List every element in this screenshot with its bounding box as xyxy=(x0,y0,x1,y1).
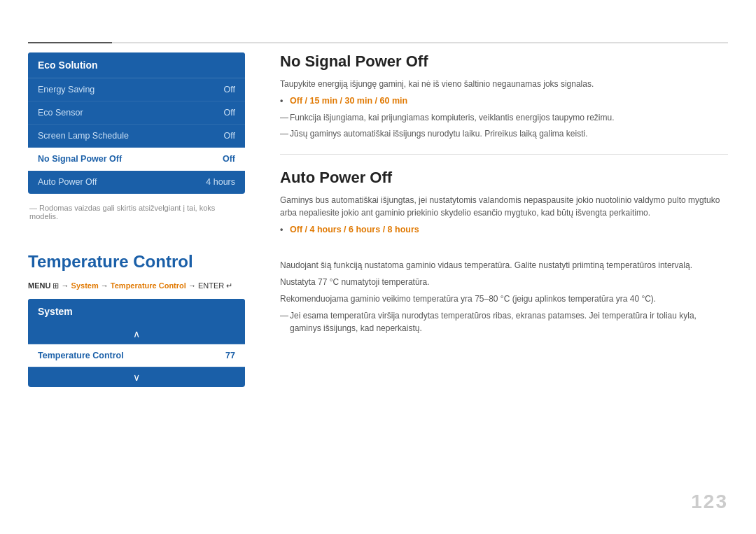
right-column: No Signal Power Off Taupykite energiją i… xyxy=(280,52,728,240)
menu-item-no-signal[interactable]: No Signal Power Off Off xyxy=(28,148,245,171)
menu-path-tc: Temperature Control xyxy=(111,281,186,290)
temp-desc-2: Nustatyta 77 °C numatytoji temperatūra. xyxy=(280,276,728,288)
menu-path-icon: ⊞ → xyxy=(52,281,71,290)
temperature-control-title: Temperature Control xyxy=(28,252,245,272)
menu-item-label: Energy Saving xyxy=(38,85,94,94)
no-signal-desc: Taupykite energiją išjungę gaminį, kai n… xyxy=(280,78,728,90)
no-signal-options: Off / 15 min / 30 min / 60 min xyxy=(280,96,728,106)
system-nav-up[interactable]: ∧ xyxy=(28,324,245,344)
auto-power-desc: Gaminys bus automatiškai išjungtas, jei … xyxy=(280,194,728,219)
temp-descriptions: Naudojant šią funkciją nustatoma gaminio… xyxy=(280,259,728,338)
no-signal-dash-2: Jūsų gaminys automatiškai išsijungs nuro… xyxy=(280,127,728,140)
menu-path: MENU ⊞ → System → Temperature Control → … xyxy=(28,281,245,290)
auto-power-title: Auto Power Off xyxy=(280,169,728,187)
menu-path-menu: MENU xyxy=(28,281,52,290)
system-item-label: Temperature Control xyxy=(38,351,124,360)
top-divider xyxy=(28,42,728,43)
menu-item-label: No Signal Power Off xyxy=(38,154,122,164)
temp-dash: Jei esama temperatūra viršija nurodytas … xyxy=(280,309,728,335)
menu-path-arrow1: → xyxy=(101,281,111,290)
temperature-control-section: Temperature Control MENU ⊞ → System → Te… xyxy=(28,252,245,419)
system-item-value: 77 xyxy=(225,351,235,360)
menu-item-eco-sensor[interactable]: Eco Sensor Off xyxy=(28,101,245,125)
eco-solution-title: Eco Solution xyxy=(28,52,245,78)
menu-item-value: Off xyxy=(224,108,235,118)
menu-item-label: Screen Lamp Schedule xyxy=(38,131,129,141)
chevron-up-icon: ∧ xyxy=(133,328,140,339)
menu-item-value: Off xyxy=(224,85,235,94)
system-nav-down[interactable]: ∨ xyxy=(28,367,245,387)
menu-path-system: System xyxy=(71,281,99,290)
eco-solution-menu: Eco Solution Energy Saving Off Eco Senso… xyxy=(28,52,245,194)
menu-item-energy-saving[interactable]: Energy Saving Off xyxy=(28,78,245,101)
menu-path-arrow2: → xyxy=(188,281,198,290)
temp-desc-3: Rekomenduojama gaminio veikimo temperatū… xyxy=(280,293,728,305)
menu-item-auto-power[interactable]: Auto Power Off 4 hours xyxy=(28,171,245,194)
system-menu-box: System ∧ Temperature Control 77 ∨ xyxy=(28,299,245,387)
section-divider xyxy=(280,154,728,155)
system-temp-control-item[interactable]: Temperature Control 77 xyxy=(28,344,245,367)
auto-power-options: Off / 4 hours / 6 hours / 8 hours xyxy=(280,225,728,234)
menu-item-value: Off xyxy=(223,154,235,164)
menu-item-screen-lamp[interactable]: Screen Lamp Schedule Off xyxy=(28,125,245,148)
left-column: Eco Solution Energy Saving Off Eco Senso… xyxy=(28,52,245,220)
menu-path-enter-icon: ↵ xyxy=(226,281,232,290)
system-box-title: System xyxy=(28,299,245,324)
chevron-down-icon: ∨ xyxy=(133,372,140,383)
no-signal-dash-1: Funkcija išjungiama, kai prijungiamas ko… xyxy=(280,111,728,124)
menu-item-value: 4 hours xyxy=(206,177,235,187)
temp-desc-1: Naudojant šią funkciją nustatoma gaminio… xyxy=(280,259,728,272)
no-signal-title: No Signal Power Off xyxy=(280,52,728,71)
page-number: 123 xyxy=(691,491,728,513)
menu-item-label: Eco Sensor xyxy=(38,108,83,118)
menu-item-label: Auto Power Off xyxy=(38,177,97,187)
menu-item-value: Off xyxy=(224,131,235,141)
eco-solution-note: Rodomas vaizdas gali skirtis atsižvelgia… xyxy=(28,204,245,220)
menu-path-enter: ENTER xyxy=(198,281,224,290)
